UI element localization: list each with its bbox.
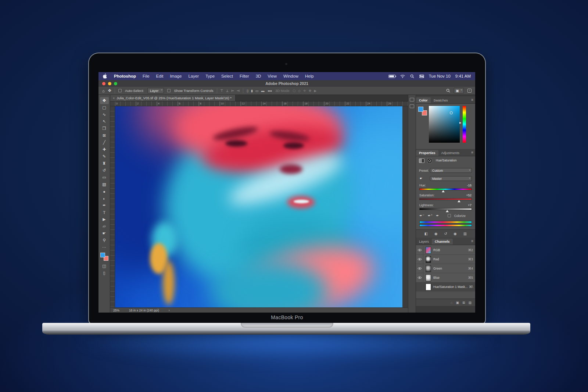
auto-select-checkbox[interactable] — [118, 89, 122, 92]
status-arrow-icon[interactable]: › — [169, 309, 170, 312]
channel-row-rgb[interactable]: RGB ⌘2 — [416, 246, 475, 255]
saturation-value[interactable]: +52 — [466, 193, 472, 197]
menu-type[interactable]: Type — [205, 74, 215, 78]
collapsed-panel-icon[interactable] — [410, 98, 414, 101]
distribute-icon[interactable]: ▭ — [255, 89, 259, 93]
tool-eyedropper[interactable]: ╱ — [100, 139, 109, 146]
menu-select[interactable]: Select — [221, 74, 233, 78]
channel-row-red[interactable]: Red ⌘3 — [416, 255, 475, 264]
tool-brush[interactable]: ✎ — [100, 153, 109, 160]
menu-file[interactable]: File — [143, 74, 150, 78]
distribute-icon[interactable]: ▬ — [261, 89, 264, 93]
document-canvas[interactable] — [115, 106, 402, 307]
hue-slider[interactable] — [419, 188, 472, 190]
previous-state-icon[interactable]: ◉ — [434, 232, 438, 236]
tab-properties[interactable]: Properties — [416, 150, 438, 156]
preset-dropdown[interactable]: Custom — [430, 168, 472, 173]
channel-row-green[interactable]: Green ⌘4 — [416, 264, 475, 273]
saturation-slider[interactable] — [419, 198, 472, 200]
menu-image[interactable]: Image — [170, 74, 182, 78]
hue-slider-thumb[interactable] — [442, 190, 445, 192]
delete-channel-icon[interactable]: ▥ — [468, 301, 472, 304]
tool-path-select[interactable]: ▶ — [100, 216, 109, 223]
menu-filter[interactable]: Filter — [240, 74, 249, 78]
visibility-toggle[interactable] — [416, 255, 423, 264]
tool-gradient[interactable]: ▧ — [100, 181, 109, 188]
zoom-level[interactable]: 25% — [113, 309, 119, 312]
tool-blur[interactable]: ● — [100, 188, 109, 195]
wifi-icon[interactable] — [400, 74, 405, 78]
tool-type[interactable]: T — [100, 209, 109, 216]
battery-icon[interactable] — [388, 75, 395, 78]
align-icon[interactable]: ⊥ — [226, 89, 229, 93]
control-center-icon[interactable] — [419, 74, 424, 78]
tab-color[interactable]: Color — [416, 97, 431, 103]
channel-row-blue[interactable]: Blue ⌘5 — [416, 273, 475, 282]
tool-shape[interactable]: ▱ — [100, 223, 109, 230]
distribute-icon[interactable]: ▮ — [251, 89, 253, 93]
tool-more-tools[interactable]: ⋯ — [100, 244, 109, 251]
color-picker-marker[interactable] — [450, 111, 453, 114]
adjustment-icon[interactable] — [419, 158, 424, 163]
tool-lasso[interactable]: ∿ — [100, 111, 109, 118]
lightness-slider[interactable] — [419, 208, 472, 210]
saturation-slider-thumb[interactable] — [458, 200, 460, 202]
share-icon[interactable]: ↑ — [467, 89, 472, 93]
menubar-time[interactable]: 9:41 AM — [455, 74, 471, 78]
lightness-value[interactable]: +7 — [468, 203, 472, 207]
tool-history-brush[interactable]: ↺ — [100, 167, 109, 174]
mode-icon[interactable]: ⬡ — [293, 89, 296, 93]
spotlight-search-icon[interactable] — [410, 74, 415, 78]
tab-channels[interactable]: Channels — [432, 239, 453, 245]
layer-mask-icon[interactable] — [427, 158, 432, 163]
colorize-checkbox[interactable] — [448, 214, 451, 217]
workspace-switcher[interactable]: ▣ — [454, 88, 464, 93]
hue-slider-vertical[interactable] — [463, 106, 466, 143]
auto-select-target-dropdown[interactable]: Layer — [147, 88, 164, 93]
align-icon[interactable]: ⊢ — [231, 89, 234, 93]
hue-value[interactable]: -16 — [467, 183, 472, 187]
visibility-icon[interactable]: ◉ — [453, 232, 457, 236]
menu-help[interactable]: Help — [305, 74, 314, 78]
tab-adjustments[interactable]: Adjustments — [438, 150, 463, 156]
apple-logo-icon[interactable] — [103, 74, 107, 79]
panel-menu-icon[interactable]: ≡ — [471, 239, 473, 243]
channel-row-mask[interactable]: Hue/Saturation 1 Mask... ⌘\ — [416, 282, 475, 292]
menu-view[interactable]: View — [268, 74, 277, 78]
eyedropper-icon[interactable]: ✒ — [436, 214, 439, 218]
panel-menu-icon[interactable]: ≡ — [471, 150, 473, 154]
tab-close-icon[interactable]: × — [113, 96, 115, 100]
clip-to-layer-icon[interactable]: ◧ — [424, 232, 428, 236]
menubar-date[interactable]: Tue Nov 10 — [429, 74, 451, 78]
show-transform-checkbox[interactable] — [167, 89, 171, 92]
quick-mask-icon[interactable]: ◫ — [100, 263, 109, 270]
visibility-toggle[interactable] — [416, 264, 423, 273]
mode-icon[interactable]: ✥ — [309, 89, 312, 93]
more-options-icon[interactable]: ••• — [268, 89, 272, 93]
tool-dodge[interactable]: ◐ — [100, 195, 109, 202]
visibility-toggle[interactable] — [416, 273, 423, 282]
mode-icon[interactable]: ◇ — [298, 89, 301, 93]
menu-photoshop[interactable]: Photoshop — [114, 74, 136, 78]
delete-icon[interactable]: ▥ — [463, 232, 467, 236]
lightness-slider-thumb[interactable] — [446, 210, 449, 212]
new-channel-icon[interactable]: ⊞ — [462, 301, 465, 304]
foreground-color-swatch[interactable] — [100, 253, 105, 257]
document-tab[interactable]: × Julia_Color-Edit_V05.tif @ 25% (Hue/Sa… — [110, 95, 236, 101]
align-icon[interactable]: ⊤ — [220, 89, 223, 93]
distribute-icon[interactable]: ▯ — [247, 89, 248, 93]
targeted-adjustment-icon[interactable]: ☛ — [420, 177, 423, 180]
tool-crop[interactable]: ❒ — [100, 125, 109, 132]
mode-icon[interactable]: ✛ — [303, 89, 306, 93]
reset-icon[interactable]: ↺ — [444, 232, 447, 236]
menu-window[interactable]: Window — [283, 74, 298, 78]
tool-object-selection[interactable]: ↖ — [100, 118, 109, 125]
tool-frame[interactable]: ⊠ — [100, 132, 109, 139]
search-icon[interactable] — [446, 89, 450, 93]
tool-healing-brush[interactable]: ✚ — [100, 146, 109, 153]
menu-layer[interactable]: Layer — [188, 74, 199, 78]
save-selection-icon[interactable]: ▣ — [456, 301, 459, 304]
tool-zoom[interactable]: ⚲ — [100, 237, 109, 244]
collapsed-panel-icon[interactable] — [410, 104, 414, 108]
tool-hand[interactable]: ☛ — [100, 230, 109, 237]
